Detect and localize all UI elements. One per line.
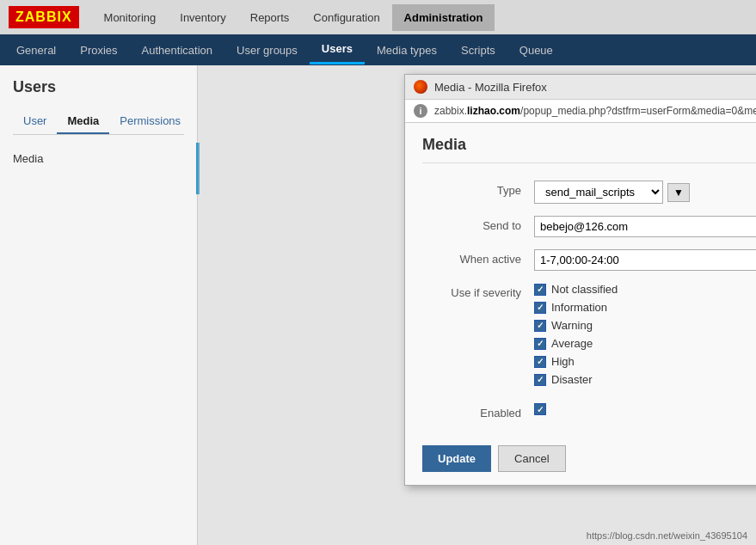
firefox-window: Media - Mozilla Firefox i zabbix.lizhao.… xyxy=(404,74,756,486)
nav-scripts[interactable]: Scripts xyxy=(449,37,507,64)
firefox-title: Media - Mozilla Firefox xyxy=(434,81,547,94)
address-domain: lizhao.com xyxy=(467,105,520,117)
whenactive-input[interactable] xyxy=(534,249,756,271)
media-section-label: Media xyxy=(13,148,184,169)
logo: ZABBIX xyxy=(9,6,79,28)
severity-high: ✓ High xyxy=(534,355,756,368)
button-row: Update Cancel xyxy=(422,437,756,472)
label-information: Information xyxy=(551,301,607,314)
nav-users[interactable]: Users xyxy=(310,35,365,64)
severity-information: ✓ Information xyxy=(534,301,756,314)
checkbox-not-classified[interactable]: ✓ xyxy=(534,284,546,296)
firefox-addressbar: i zabbix.lizhao.com/popup_media.php?dstf… xyxy=(405,100,756,123)
firefox-titlebar: Media - Mozilla Firefox xyxy=(405,75,756,100)
modal-overlay: Media - Mozilla Firefox i zabbix.lizhao.… xyxy=(198,65,756,545)
nav-configuration[interactable]: Configuration xyxy=(301,4,391,31)
update-button[interactable]: Update xyxy=(422,445,491,472)
checkbox-enabled[interactable]: ✓ xyxy=(534,403,546,415)
type-row: Type send_mail_scripts ▼ xyxy=(422,181,756,204)
nav-user-groups[interactable]: User groups xyxy=(224,37,310,64)
second-navbar: General Proxies Authentication User grou… xyxy=(0,34,756,65)
info-icon: i xyxy=(414,104,427,118)
severity-warning: ✓ Warning xyxy=(534,319,756,332)
cancel-button[interactable]: Cancel xyxy=(498,445,565,472)
nav-monitoring[interactable]: Monitoring xyxy=(92,4,169,31)
type-dropdown-btn[interactable]: ▼ xyxy=(667,183,690,202)
media-form-content: Media Type send_mail_scripts ▼ Send to xyxy=(405,123,756,485)
top-navbar: ZABBIX Monitoring Inventory Reports Conf… xyxy=(0,0,756,34)
checkbox-disaster[interactable]: ✓ xyxy=(534,374,546,386)
severity-checkboxes: ✓ Not classified ✓ Information ✓ Warning xyxy=(534,283,756,391)
nav-reports[interactable]: Reports xyxy=(238,4,302,31)
severity-label: Use if severity xyxy=(422,283,534,299)
checkbox-high[interactable]: ✓ xyxy=(534,356,546,368)
enabled-value: ✓ xyxy=(534,403,756,415)
nav-proxies[interactable]: Proxies xyxy=(68,37,129,64)
panel-tabs: User Media Permissions xyxy=(13,109,184,135)
checkbox-average[interactable]: ✓ xyxy=(534,338,546,350)
tab-permissions[interactable]: Permissions xyxy=(109,109,191,134)
severity-row: Use if severity ✓ Not classified ✓ Infor… xyxy=(422,283,756,391)
sendto-value xyxy=(534,216,756,237)
nav-media-types[interactable]: Media types xyxy=(365,37,449,64)
whenactive-value xyxy=(534,249,756,271)
left-panel: Users User Media Permissions Media xyxy=(0,65,198,545)
type-value: send_mail_scripts ▼ xyxy=(534,181,756,204)
severity-disaster: ✓ Disaster xyxy=(534,373,756,386)
nav-inventory[interactable]: Inventory xyxy=(168,4,237,31)
tab-media[interactable]: Media xyxy=(57,109,109,134)
sendto-input[interactable] xyxy=(534,216,756,237)
nav-administration[interactable]: Administration xyxy=(392,4,495,31)
checkbox-information[interactable]: ✓ xyxy=(534,302,546,314)
whenactive-label: When active xyxy=(422,249,534,266)
enabled-label: Enabled xyxy=(422,403,534,419)
main-content: Users User Media Permissions Media Media… xyxy=(0,65,756,545)
whenactive-row: When active xyxy=(422,249,756,271)
page-title: Users xyxy=(13,78,184,96)
enabled-checkbox-row: ✓ xyxy=(534,403,756,415)
label-not-classified: Not classified xyxy=(551,283,618,296)
type-dropdown-container: send_mail_scripts ▼ xyxy=(534,181,756,204)
sendto-label: Send to xyxy=(422,216,534,232)
media-form-title: Media xyxy=(422,136,756,163)
label-average: Average xyxy=(551,337,593,350)
type-label: Type xyxy=(422,181,534,197)
nav-general[interactable]: General xyxy=(4,37,68,64)
nav-queue[interactable]: Queue xyxy=(507,37,565,64)
firefox-icon xyxy=(414,80,427,94)
checkbox-warning[interactable]: ✓ xyxy=(534,320,546,332)
enabled-row: Enabled ✓ xyxy=(422,403,756,419)
label-warning: Warning xyxy=(551,319,593,332)
address-text: zabbix.lizhao.com/popup_media.php?dstfrm… xyxy=(434,105,756,117)
tab-user[interactable]: User xyxy=(13,109,57,134)
type-select[interactable]: send_mail_scripts xyxy=(534,181,663,204)
label-high: High xyxy=(551,355,575,368)
nav-authentication[interactable]: Authentication xyxy=(130,37,224,64)
bottom-link: https://blog.csdn.net/weixin_43695104 xyxy=(587,530,747,541)
label-disaster: Disaster xyxy=(551,373,593,386)
severity-average: ✓ Average xyxy=(534,337,756,350)
severity-not-classified: ✓ Not classified xyxy=(534,283,756,296)
address-path: /popup_media.php?dstfrm=userForm&media=0… xyxy=(520,105,756,117)
sendto-row: Send to xyxy=(422,216,756,237)
